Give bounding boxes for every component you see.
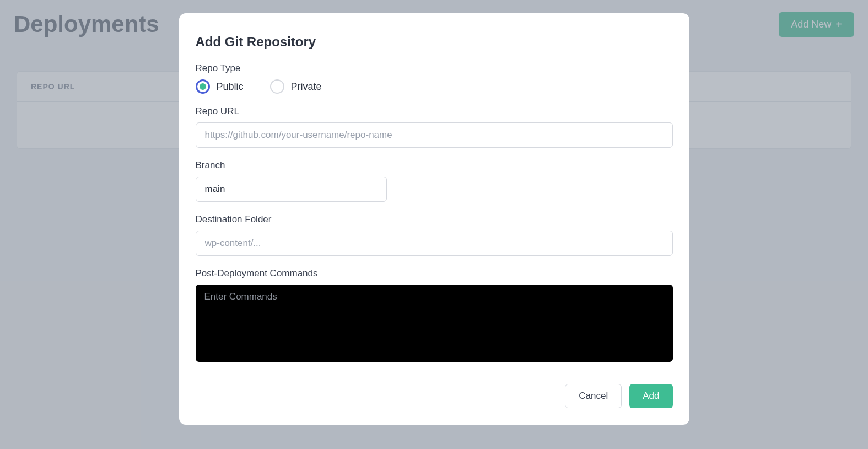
- destination-folder-label: Destination Folder: [196, 214, 673, 225]
- add-button[interactable]: Add: [629, 384, 672, 408]
- add-git-repo-modal: Add Git Repository Repo Type Public Priv…: [179, 13, 689, 425]
- branch-input[interactable]: [196, 177, 387, 202]
- post-deployment-textarea[interactable]: [196, 285, 673, 362]
- repo-url-label: Repo URL: [196, 106, 673, 117]
- repo-type-private-option[interactable]: Private: [270, 79, 322, 94]
- modal-overlay[interactable]: Add Git Repository Repo Type Public Priv…: [0, 0, 868, 449]
- cancel-button[interactable]: Cancel: [565, 384, 622, 408]
- radio-public-icon: [196, 79, 210, 94]
- repo-type-public-option[interactable]: Public: [196, 79, 244, 94]
- destination-folder-input[interactable]: [196, 231, 673, 256]
- branch-label: Branch: [196, 160, 673, 171]
- post-deployment-label: Post-Deployment Commands: [196, 268, 673, 279]
- radio-private-icon: [270, 79, 284, 94]
- repo-url-input[interactable]: [196, 122, 673, 148]
- radio-public-label: Public: [217, 81, 244, 93]
- radio-private-label: Private: [291, 81, 322, 93]
- repo-type-label: Repo Type: [196, 63, 673, 74]
- modal-title: Add Git Repository: [196, 34, 673, 50]
